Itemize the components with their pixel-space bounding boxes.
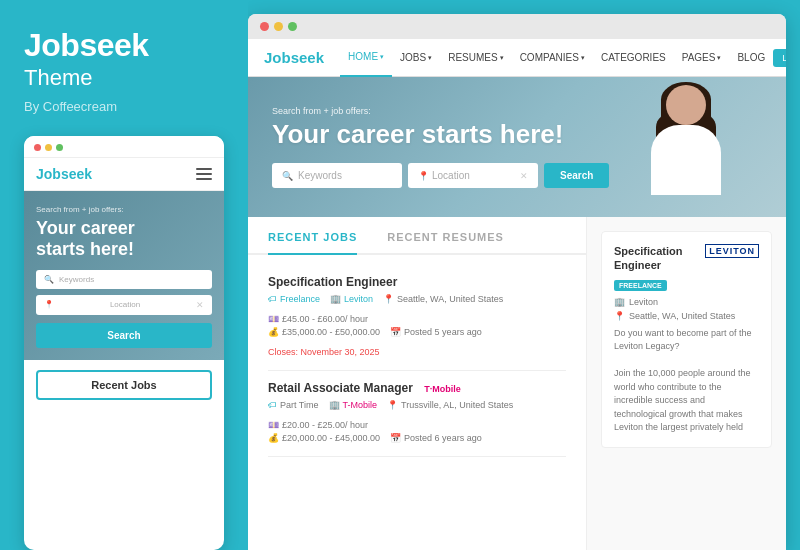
job-item-2: Retail Associate Manager T·Mobile 🏷 Part… — [268, 371, 566, 457]
job2-location-icon: 📍 — [387, 400, 398, 410]
job-1-title[interactable]: Specification Engineer — [268, 275, 566, 289]
sidebar-company: 🏢 Leviton — [614, 297, 759, 307]
job-salary-icon: 💷 — [268, 314, 279, 324]
browser-dot-yellow — [274, 22, 283, 31]
hero-keywords-input[interactable]: 🔍 Keywords — [272, 163, 402, 188]
mobile-preview-card: Jobseek Search from + job offers: Your c… — [24, 136, 224, 550]
hero-search-button[interactable]: Search — [544, 163, 609, 188]
hero-title: Your career starts here! — [272, 120, 609, 150]
sidebar-job-title: Specification Engineer — [614, 244, 705, 273]
nav-link-home[interactable]: HOME ▾ — [340, 39, 392, 77]
job-1-company: 🏢 Leviton — [330, 294, 373, 304]
job2-salary-range-icon: 💰 — [268, 433, 279, 443]
job-company-icon: 🏢 — [330, 294, 341, 304]
site-main: RECENT JOBS RECENT RESUMES Specification… — [248, 217, 786, 550]
job-2-type: 🏷 Part Time — [268, 400, 319, 410]
job2-company-icon: 🏢 — [329, 400, 340, 410]
hero-keywords-placeholder: Keywords — [298, 170, 342, 181]
job2-type-icon: 🏷 — [268, 400, 277, 410]
hero-location-placeholder: Location — [432, 170, 470, 181]
mobile-location-icon: 📍 — [44, 300, 54, 309]
site-nav-brand: Jobseek — [264, 49, 324, 66]
tab-recent-resumes[interactable]: RECENT RESUMES — [387, 231, 504, 253]
mobile-search-icon: 🔍 — [44, 275, 54, 284]
job-item-1: Specification Engineer 🏷 Freelance 🏢 Lev… — [268, 265, 566, 371]
job-list: Specification Engineer 🏷 Freelance 🏢 Lev… — [248, 255, 586, 467]
hero-location-cross: ✕ — [520, 171, 528, 181]
mobile-location-cross-icon: ✕ — [196, 300, 204, 310]
nav-link-companies[interactable]: COMPANIES ▾ — [512, 39, 593, 77]
sidebar-job-card: Specification Engineer LEVITON FREELANCE… — [601, 231, 772, 448]
leviton-logo-text: LEVITON — [705, 244, 759, 258]
mobile-keywords-placeholder: Keywords — [59, 275, 94, 284]
leviton-logo: LEVITON — [705, 244, 759, 258]
nav-links: HOME ▾ JOBS ▾ RESUMES ▾ COMPANIES ▾ CATE… — [340, 39, 773, 77]
browser-content: Jobseek HOME ▾ JOBS ▾ RESUMES ▾ COMPANIE… — [248, 39, 786, 550]
job-posted-icon: 📅 — [390, 327, 401, 337]
job-1-meta-row-2: 💰 £35,000.00 - £50,000.00 📅 Posted 5 yea… — [268, 327, 566, 357]
job-salary-range-icon: 💰 — [268, 327, 279, 337]
job-2-meta-row-2: 💰 £20,000.00 - £45,000.00 📅 Posted 6 yea… — [268, 433, 566, 443]
browser-dot-green — [288, 22, 297, 31]
mobile-recent-jobs-button[interactable]: Recent Jobs — [36, 370, 212, 400]
browser-dot-red — [260, 22, 269, 31]
job-badge: FREELANCE — [614, 280, 667, 291]
left-panel: Jobseek Theme By Coffeecream Jobseek Sea… — [0, 0, 248, 550]
nav-link-resumes[interactable]: RESUMES ▾ — [440, 39, 511, 77]
sidebar-company-icon: 🏢 — [614, 297, 625, 307]
job-1-meta-row-1: 🏷 Freelance 🏢 Leviton 📍 Seattle, WA, Uni… — [268, 294, 566, 324]
site-nav: Jobseek HOME ▾ JOBS ▾ RESUMES ▾ COMPANIE… — [248, 39, 786, 77]
jobs-tabs: RECENT JOBS RECENT RESUMES — [248, 217, 586, 255]
job-1-location: 📍 Seattle, WA, United States — [383, 294, 503, 304]
jobs-section: RECENT JOBS RECENT RESUMES Specification… — [248, 217, 586, 550]
nav-link-pages[interactable]: PAGES ▾ — [674, 39, 730, 77]
dot-red — [34, 144, 41, 151]
login-signup-button[interactable]: LOG IN / SIGN UP — [773, 49, 786, 67]
brand-by: By Coffeecream — [24, 99, 224, 114]
job-1-salary-range: 💰 £35,000.00 - £50,000.00 — [268, 327, 380, 337]
job-2-salary-range: 💰 £20,000.00 - £45,000.00 — [268, 433, 380, 443]
mobile-location-placeholder: Location — [110, 300, 140, 309]
job-2-company: 🏢 T-Mobile — [329, 400, 378, 410]
job-1-closes: Closes: November 30, 2025 — [268, 347, 380, 357]
nav-link-blog[interactable]: BLOG — [729, 39, 773, 77]
nav-link-jobs[interactable]: JOBS ▾ — [392, 39, 440, 77]
hero-location-input[interactable]: 📍 Location ✕ — [408, 163, 538, 188]
hero-search-icon: 🔍 — [282, 171, 293, 181]
browser-window: Jobseek HOME ▾ JOBS ▾ RESUMES ▾ COMPANIE… — [248, 14, 786, 550]
mobile-hero: Search from + job offers: Your career st… — [24, 191, 224, 359]
t-mobile-logo: T·Mobile — [424, 384, 461, 394]
site-sidebar: Specification Engineer LEVITON FREELANCE… — [586, 217, 786, 550]
mobile-search-box[interactable]: 🔍 Keywords — [36, 270, 212, 289]
nav-link-categories[interactable]: CATEGORIES — [593, 39, 674, 77]
dot-yellow — [45, 144, 52, 151]
site-hero: Search from + job offers: Your career st… — [248, 77, 786, 217]
mobile-search-button[interactable]: Search — [36, 323, 212, 348]
mobile-hero-title: Your career starts here! — [36, 218, 156, 259]
job-2-salary: 💷 £20.00 - £25.00/ hour — [268, 420, 368, 430]
job-1-posted: 📅 Posted 5 years ago — [390, 327, 482, 337]
brand-subtitle: Theme — [24, 65, 224, 91]
hero-woman-image — [616, 77, 756, 217]
job2-posted-icon: 📅 — [390, 433, 401, 443]
mobile-recent-jobs-section: Recent Jobs — [24, 370, 224, 400]
job-2-meta-row-1: 🏷 Part Time 🏢 T-Mobile 📍 Trussville, AL,… — [268, 400, 566, 430]
job-2-location: 📍 Trussville, AL, United States — [387, 400, 513, 410]
hero-search-row: 🔍 Keywords 📍 Location ✕ Search — [272, 163, 609, 188]
mobile-location-box[interactable]: 📍 Location ✕ — [36, 295, 212, 315]
hero-location-icon: 📍 — [418, 171, 429, 181]
tab-recent-jobs[interactable]: RECENT JOBS — [268, 231, 357, 255]
mobile-nav-brand: Jobseek — [36, 166, 92, 182]
mobile-topbar — [24, 136, 224, 158]
sidebar-location-icon: 📍 — [614, 311, 625, 321]
hero-subtitle: Search from + job offers: — [272, 106, 609, 116]
brand-title: Jobseek — [24, 28, 224, 63]
hamburger-icon[interactable] — [196, 168, 212, 180]
job-2-posted: 📅 Posted 6 years ago — [390, 433, 482, 443]
hero-content: Search from + job offers: Your career st… — [272, 106, 609, 189]
sidebar-description: Do you want to become part of the Levito… — [614, 327, 759, 435]
job-2-title[interactable]: Retail Associate Manager T·Mobile — [268, 381, 566, 395]
mobile-hero-subtitle: Search from + job offers: — [36, 205, 212, 214]
mobile-nav: Jobseek — [24, 158, 224, 191]
job-1-salary: 💷 £45.00 - £60.00/ hour — [268, 314, 368, 324]
